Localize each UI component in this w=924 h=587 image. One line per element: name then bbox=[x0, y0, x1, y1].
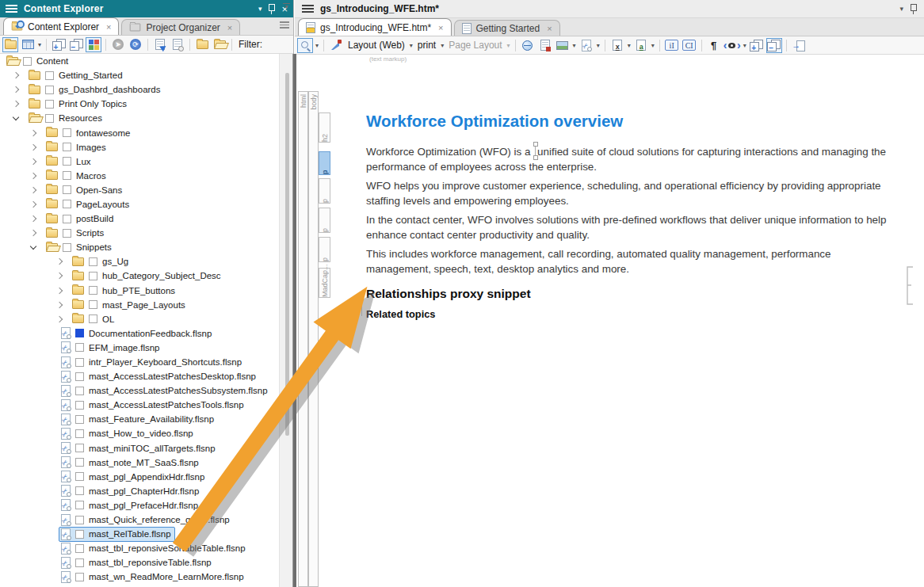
edit-file-button[interactable] bbox=[152, 37, 168, 52]
selected-tree-item[interactable]: mast_RelTable.flsnp bbox=[59, 527, 175, 542]
tree-file-row[interactable]: mast_pgl_AppendixHdr.flsnp bbox=[0, 470, 279, 484]
pin-icon[interactable] bbox=[910, 4, 917, 14]
tree-item[interactable]: Snippets bbox=[44, 240, 116, 255]
item-checkbox[interactable] bbox=[63, 143, 71, 151]
item-checkbox[interactable] bbox=[63, 243, 71, 252]
tree-folder-row[interactable]: Images bbox=[0, 140, 279, 154]
item-checkbox[interactable] bbox=[63, 215, 71, 223]
tree-file-row[interactable]: mast_miniTOC_allTargets.flsnp bbox=[0, 441, 279, 455]
tree-item[interactable]: Macros bbox=[44, 168, 110, 183]
hamburger-icon[interactable] bbox=[6, 5, 17, 13]
structure-bar-body[interactable]: body bbox=[308, 91, 319, 587]
tree-file-row[interactable]: mast_AccessLatestPatchesDesktop.flsnp bbox=[0, 369, 279, 383]
item-checkbox[interactable] bbox=[75, 486, 84, 495]
tree-folder-row[interactable]: Snippets bbox=[0, 240, 279, 254]
insert-snippet-button[interactable] bbox=[578, 38, 594, 53]
insert-image-button[interactable] bbox=[555, 38, 571, 53]
preview-button[interactable] bbox=[297, 38, 313, 53]
dropdown-caret-icon[interactable]: ▾ bbox=[38, 41, 41, 48]
tree-file-row[interactable]: intr_Player_Keyboard_Shortcuts.flsnp bbox=[0, 355, 279, 369]
tree-item[interactable]: PageLayouts bbox=[44, 196, 133, 212]
tree-folder-row[interactable]: Resources bbox=[0, 111, 279, 125]
tab-close-icon[interactable]: × bbox=[106, 22, 111, 32]
chevron-down-icon[interactable] bbox=[30, 243, 36, 250]
dropdown-caret-icon[interactable]: ▾ bbox=[573, 42, 576, 49]
dropdown-caret-icon[interactable]: ▾ bbox=[743, 42, 746, 49]
tree-item[interactable]: DocumentationFeedback.flsnp bbox=[59, 326, 216, 341]
tree-folder-row[interactable]: Getting_Started bbox=[0, 68, 279, 82]
chevron-right-icon[interactable] bbox=[30, 230, 36, 236]
tree-folder-row[interactable]: Lux bbox=[0, 154, 279, 169]
chevron-right-icon[interactable] bbox=[13, 101, 19, 107]
layout-mode-button[interactable] bbox=[328, 38, 344, 53]
tab-project-organizer[interactable]: Project Organizer × bbox=[121, 19, 240, 35]
item-checkbox[interactable] bbox=[63, 185, 71, 194]
tree-item[interactable]: intr_Player_Keyboard_Shortcuts.flsnp bbox=[59, 355, 246, 370]
item-checkbox[interactable] bbox=[63, 171, 71, 180]
tree-file-row[interactable]: mast_tbl_reponsiveSortableTable.flsnp bbox=[0, 541, 279, 555]
pin-icon[interactable] bbox=[268, 4, 275, 14]
tree-folder-row[interactable]: Open-Sans bbox=[0, 183, 279, 197]
item-checkbox[interactable] bbox=[63, 128, 71, 137]
tab-close-icon[interactable]: × bbox=[227, 23, 232, 32]
tree-folder-row[interactable]: Print Only Topics bbox=[0, 97, 279, 111]
item-checkbox[interactable] bbox=[89, 300, 97, 309]
tree-item[interactable]: hub_PTE_buttons bbox=[70, 283, 179, 298]
tree-item[interactable]: postBuild bbox=[44, 212, 117, 227]
item-checkbox[interactable] bbox=[75, 387, 84, 395]
tree-item[interactable]: Open-Sans bbox=[44, 182, 126, 197]
tree-folder-row[interactable]: hub_Category_Subject_Desc bbox=[0, 269, 279, 283]
chevron-down-icon[interactable] bbox=[13, 114, 19, 120]
tree-item[interactable]: mast_AccessLatestPatchesDesktop.flsnp bbox=[59, 369, 260, 384]
tab-gs-introducing-wfe[interactable]: gs_Introducing_WFE.htm* × bbox=[298, 18, 452, 36]
import-button[interactable]: ➤ bbox=[110, 37, 126, 52]
item-checkbox[interactable] bbox=[45, 114, 54, 123]
tree-file-row[interactable]: mast_pgl_ChapterHdr.flsnp bbox=[0, 484, 279, 498]
tree-item[interactable]: Print Only Topics bbox=[26, 97, 131, 112]
chevron-right-icon[interactable] bbox=[30, 187, 36, 193]
view-options-button[interactable] bbox=[86, 37, 101, 52]
tab-close-icon[interactable]: × bbox=[438, 23, 443, 32]
item-checkbox[interactable] bbox=[75, 358, 84, 367]
item-checkbox[interactable] bbox=[45, 71, 54, 80]
open-in-editor-button[interactable] bbox=[791, 38, 807, 53]
tree-item[interactable]: mast_AccessLatestPatchesTools.flsnp bbox=[59, 398, 248, 413]
hamburger-icon[interactable] bbox=[302, 5, 314, 13]
tree-item[interactable]: mast_Feature_Availability.flsnp bbox=[59, 412, 218, 427]
tree-file-row[interactable]: mast_wn_ReadMore_LearnMore.flsnp bbox=[0, 570, 279, 584]
chevron-right-icon[interactable] bbox=[30, 173, 36, 179]
item-checkbox[interactable] bbox=[63, 229, 71, 238]
insert-cross-reference-button[interactable] bbox=[537, 38, 553, 53]
tree-folder-row[interactable]: Content bbox=[0, 54, 279, 68]
layout-selector-label[interactable]: Layout (Web) bbox=[348, 40, 405, 51]
tree-folder-row[interactable]: gs_Ug bbox=[0, 254, 279, 269]
tree-item[interactable]: mast_AccessLatestPatchesSubsystem.flsnp bbox=[59, 383, 272, 398]
tree-file-row[interactable]: mast_tbl_reponsiveTable.flsnp bbox=[0, 555, 279, 570]
tab-list-icon[interactable] bbox=[280, 21, 289, 29]
item-checkbox[interactable] bbox=[45, 86, 54, 94]
chevron-right-icon[interactable] bbox=[13, 72, 19, 78]
tab-getting-started[interactable]: Getting Started × bbox=[454, 20, 560, 36]
expand-all-button[interactable]: + bbox=[51, 37, 67, 52]
structure-tag-madcap[interactable]: MadCap... bbox=[319, 268, 330, 298]
tree-file-row[interactable]: mast_How_to_video.flsnp bbox=[0, 426, 279, 440]
structure-bar-html[interactable]: html bbox=[298, 91, 308, 587]
collapse-tags-button[interactable]: − bbox=[766, 38, 782, 53]
item-checkbox[interactable] bbox=[89, 272, 97, 280]
item-checkbox[interactable] bbox=[75, 415, 84, 424]
item-checkbox[interactable] bbox=[63, 157, 71, 166]
dropdown-caret-icon[interactable]: ▾ bbox=[651, 42, 655, 49]
item-checkbox[interactable] bbox=[75, 573, 84, 581]
tree-item[interactable]: mast_note_MT_SaaS.flsnp bbox=[59, 455, 203, 470]
item-checkbox[interactable] bbox=[75, 530, 84, 539]
item-checkbox[interactable] bbox=[75, 343, 84, 352]
item-checkbox[interactable] bbox=[75, 372, 84, 381]
chevron-right-icon[interactable] bbox=[30, 129, 36, 135]
tree-folder-row[interactable]: mast_Page_Layouts bbox=[0, 298, 279, 312]
tab-content-explorer[interactable]: Content Explorer × bbox=[3, 17, 119, 35]
tree-item[interactable]: mast_How_to_video.flsnp bbox=[59, 426, 197, 441]
new-folder-button[interactable] bbox=[194, 37, 210, 52]
tree-file-row[interactable]: mast_note_MT_SaaS.flsnp bbox=[0, 455, 279, 470]
tree-item[interactable]: Getting_Started bbox=[26, 68, 127, 83]
tree-item[interactable]: mast_miniTOC_allTargets.flsnp bbox=[59, 440, 220, 455]
